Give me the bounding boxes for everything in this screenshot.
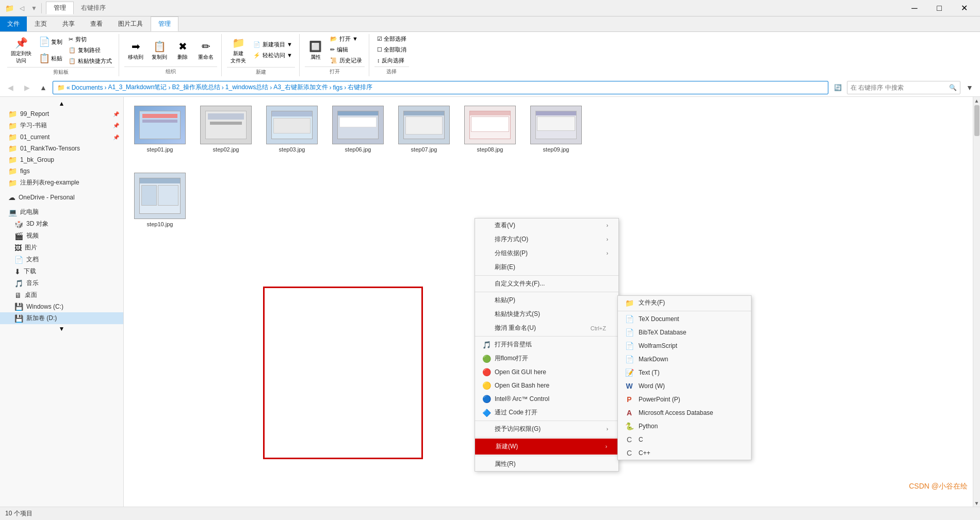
submenu-ppt[interactable]: P PowerPoint (P) (618, 393, 751, 406)
maximize-button[interactable]: □ (927, 0, 951, 16)
submenu-cpp[interactable]: C C++ (618, 446, 751, 460)
sidebar-item-current[interactable]: 📁 01_current 📌 (0, 131, 123, 143)
new-folder-button[interactable]: 📁 新建文件夹 (227, 34, 250, 66)
sidebar-item-video[interactable]: 🎬 视频 (0, 230, 123, 242)
ctx-refresh[interactable]: 刷新(E) (475, 260, 618, 274)
sidebar-item-ranktwo[interactable]: 📁 01_RankTwo-Tensors (0, 143, 123, 154)
ctx-paste-shortcut[interactable]: 粘贴快捷方式(S) (475, 307, 618, 321)
pin-to-quick-access-button[interactable]: 📌 固定到快访问 (7, 34, 35, 66)
back-button[interactable]: ◀ (3, 81, 18, 94)
submenu-folder[interactable]: 📁 文件夹(F) (618, 296, 751, 310)
ctx-flomo[interactable]: 🟢 用flomo打开 (475, 351, 618, 365)
sidebar-item-documents[interactable]: 📄 文档 (0, 254, 123, 265)
submenu-python[interactable]: 🐍 Python (618, 420, 751, 433)
deselect-all-button[interactable]: ☐ 全部取消 (374, 45, 409, 55)
submenu-access[interactable]: A Microsoft Access Database (618, 406, 751, 420)
refresh-button[interactable]: 🔄 (830, 81, 845, 94)
sidebar-item-downloads[interactable]: ⬇ 下载 (0, 265, 123, 277)
scroll-up-arrow[interactable]: ▲ (973, 97, 981, 104)
tab-file[interactable]: 文件 (0, 16, 27, 31)
sidebar-item-thispc[interactable]: 💻 此电脑 (0, 206, 123, 218)
ctx-customize[interactable]: 自定义文件夹(F)... (475, 277, 618, 291)
sidebar-scroll-up[interactable]: ▲ (0, 99, 123, 108)
sidebar-item-99report[interactable]: 📁 99_Report 📌 (0, 108, 123, 120)
tab-share[interactable]: 共享 (55, 16, 83, 31)
move-to-button[interactable]: ➡ 移动到 (124, 38, 147, 62)
undo-icon[interactable]: ◁ (17, 3, 27, 13)
ctx-intel-arc[interactable]: 🔵 Intel® Arc™ Control (475, 392, 618, 406)
search-options-button[interactable]: ▼ (962, 81, 977, 94)
close-button[interactable]: ✕ (952, 0, 976, 16)
cut-button[interactable]: ✂ 剪切 (66, 35, 115, 44)
ctx-paste[interactable]: 粘贴(P) (475, 293, 618, 307)
file-item-step10[interactable]: step10.jpg (129, 169, 191, 231)
copy-path-button[interactable]: 📋 复制路径 (66, 45, 115, 55)
ctx-sort[interactable]: 排序方式(O) › (475, 232, 618, 246)
sidebar-item-cdrive[interactable]: 💾 Windows (C:) (0, 301, 123, 312)
copy-button[interactable]: 📄 复制 (36, 35, 65, 49)
file-item-step08[interactable]: step08.jpg (459, 102, 521, 156)
ctx-undo[interactable]: 撤消 重命名(U) Ctrl+Z (475, 321, 618, 335)
sidebar-item-music[interactable]: 🎵 音乐 (0, 277, 123, 289)
up-button[interactable]: ▲ (36, 81, 51, 94)
sidebar-item-figs[interactable]: 📁 figs (0, 165, 123, 177)
tab-home[interactable]: 主页 (27, 16, 55, 31)
ctx-access[interactable]: 授予访问权限(G) › (475, 422, 618, 436)
open-button[interactable]: 📂 打开 ▼ (328, 34, 365, 44)
easy-access-button[interactable]: ⚡ 轻松访问 ▼ (251, 51, 295, 60)
sidebar-scroll-down[interactable]: ▼ (0, 324, 123, 333)
file-item-step07[interactable]: step07.jpg (393, 102, 455, 156)
tab-picture-tools[interactable]: 图片工具 (110, 16, 151, 31)
submenu-tex[interactable]: 📄 TeX Document (618, 312, 751, 326)
tab-manage[interactable]: 管理 (151, 16, 178, 31)
submenu-markdown[interactable]: 📄 MarkDown (618, 353, 751, 366)
ctx-properties[interactable]: 属性(R) (475, 457, 618, 471)
minimize-button[interactable]: ─ (903, 0, 926, 16)
edit-button[interactable]: ✏ 编辑 (328, 45, 365, 55)
ctx-vscode[interactable]: 🔷 通过 Code 打开 (475, 406, 618, 420)
scroll-down-arrow[interactable]: ▼ (973, 499, 981, 507)
search-box[interactable]: 🔍 (847, 81, 960, 94)
history-button[interactable]: 📜 历史记录 (328, 56, 365, 65)
sidebar-item-reg[interactable]: 📁 注册列表reg-example (0, 177, 123, 189)
delete-button[interactable]: ✖ 删除 (172, 38, 193, 62)
forward-button[interactable]: ▶ (20, 81, 34, 94)
vertical-scrollbar[interactable]: ▲ ▼ (973, 97, 980, 507)
ribbon-tab-manage[interactable]: 管理 (46, 2, 74, 14)
sidebar-item-desktop[interactable]: 🖥 桌面 (0, 289, 123, 301)
customize-icon[interactable]: ▼ (29, 3, 39, 13)
quick-access-icon[interactable]: 📁 (4, 3, 14, 13)
sidebar-item-bkgroup[interactable]: 📁 1_bk_Group (0, 154, 123, 165)
sidebar-item-3d[interactable]: 🎲 3D 对象 (0, 218, 123, 230)
invert-selection-button[interactable]: ↕ 反向选择 (374, 56, 409, 65)
scroll-thumb[interactable] (974, 105, 979, 136)
file-item-step01[interactable]: step01.jpg (129, 102, 191, 156)
select-all-button[interactable]: ☑ 全部选择 (374, 34, 409, 44)
tab-view[interactable]: 查看 (83, 16, 110, 31)
file-item-step03[interactable]: step03.jpg (261, 102, 323, 156)
new-item-button[interactable]: 📄 新建项目 ▼ (251, 40, 295, 49)
submenu-bibtex[interactable]: 📄 BibTeX Database (618, 326, 751, 339)
paste-button[interactable]: 📋 粘贴 (36, 51, 65, 65)
paste-shortcut-button[interactable]: 📋 粘贴快捷方式 (66, 56, 115, 66)
sidebar-item-ddrive[interactable]: 💾 新加卷 (D:) (0, 312, 123, 324)
sidebar-item-books[interactable]: 📁 学习-书籍 📌 (0, 120, 123, 131)
ctx-git-gui[interactable]: 🔴 Open Git GUI here (475, 365, 618, 379)
submenu-c[interactable]: C C (618, 433, 751, 446)
sidebar-item-pictures[interactable]: 🖼 图片 (0, 242, 123, 254)
ctx-view[interactable]: 查看(V) › (475, 219, 618, 232)
file-item-step09[interactable]: step09.jpg (525, 102, 587, 156)
properties-button[interactable]: 🔲 属性 (305, 38, 326, 62)
address-path[interactable]: 📁 « Documents › A1_3_Markdown笔记 › B2_操作系… (53, 81, 828, 94)
search-input[interactable] (851, 84, 949, 91)
submenu-wolfram[interactable]: 📄 WolframScript (618, 339, 751, 353)
file-item-step02[interactable]: step02.jpg (195, 102, 257, 156)
rename-button[interactable]: ✏ 重命名 (194, 38, 217, 62)
submenu-text[interactable]: 📝 Text (T) (618, 366, 751, 379)
file-item-step06[interactable]: step06.jpg (327, 102, 389, 156)
ctx-tiktok[interactable]: 🎵 打开抖音壁纸 (475, 338, 618, 351)
ctx-new[interactable]: 新建(W) › 📁 文件夹(F) 📄 TeX Document (475, 439, 618, 455)
copy-to-button[interactable]: 📋 复制到 (148, 38, 171, 62)
ctx-group[interactable]: 分组依据(P) › (475, 246, 618, 260)
sidebar-item-onedrive[interactable]: ☁ OneDrive - Personal (0, 192, 123, 203)
